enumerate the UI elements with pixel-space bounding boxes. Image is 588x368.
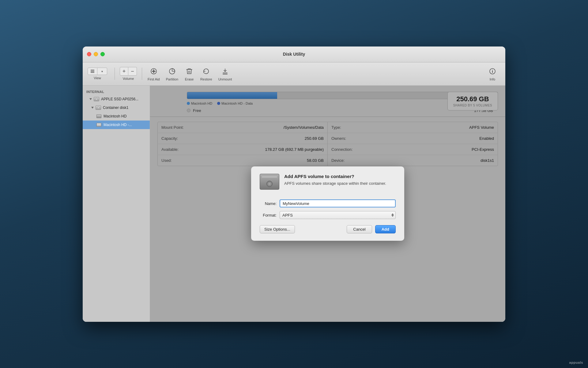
erase-icon (184, 66, 194, 76)
modal-buttons: Size Options... Cancel Add (260, 225, 396, 233)
view-label: View (94, 76, 101, 80)
sidebar: Internal APPLE SSD AP0256... Container d… (83, 86, 150, 322)
detail-area: 250.69 GB SHARED BY 5 VOLUMES Macintosh … (150, 86, 505, 322)
traffic-lights (87, 52, 105, 56)
expand-icon (89, 98, 92, 100)
info-icon (488, 66, 497, 76)
disk-icon (94, 96, 99, 102)
format-select[interactable]: APFS APFS (Case-sensitive) APFS (Encrypt… (280, 211, 396, 219)
restore-button[interactable]: Restore (197, 65, 215, 83)
volume-buttons[interactable]: + − (120, 67, 137, 76)
modal-btn-group: Cancel Add (347, 225, 396, 233)
sidebar-item-label: Container disk1 (103, 106, 128, 110)
sidebar-item-label: APPLE SSD AP0256... (101, 97, 138, 101)
add-button[interactable]: Add (375, 225, 396, 233)
erase-label: Erase (185, 77, 194, 81)
close-button[interactable] (87, 52, 91, 56)
size-options-button[interactable]: Size Options... (260, 225, 295, 233)
unmount-icon (220, 66, 230, 76)
sidebar-item-macintosh-hd-data[interactable]: Macintosh HD -... (83, 121, 150, 129)
hd-icon (260, 174, 279, 190)
format-select-wrapper: APFS APFS (Case-sensitive) APFS (Encrypt… (280, 211, 396, 219)
sidebar-section-internal: Internal (83, 89, 150, 95)
first-aid-icon (149, 66, 159, 76)
remove-volume-button[interactable]: − (128, 67, 137, 76)
modal-subtitle: APFS volumes share storage space within … (284, 181, 386, 186)
partition-label: Partition (166, 77, 178, 81)
restore-icon (201, 66, 211, 76)
volume-label: Volume (123, 77, 134, 80)
watermark: appuals (569, 361, 583, 364)
sidebar-item-label: Macintosh HD -... (104, 123, 132, 127)
first-aid-label: First Aid (148, 77, 160, 81)
container-icon (96, 105, 101, 110)
volume-icon (96, 122, 102, 128)
svg-rect-2 (91, 72, 94, 73)
partition-button[interactable]: Partition (163, 65, 181, 83)
titlebar: Disk Utility (83, 46, 505, 62)
sidebar-item-apple-ssd[interactable]: APPLE SSD AP0256... (83, 95, 150, 103)
window-title: Disk Utility (283, 52, 305, 57)
volume-icon (96, 113, 102, 119)
modal-overlay: Add APFS volume to container? APFS volum… (150, 86, 505, 322)
svg-rect-1 (91, 71, 94, 72)
modal-header: Add APFS volume to container? APFS volum… (260, 174, 396, 193)
maximize-button[interactable] (100, 52, 105, 56)
partition-icon (167, 66, 177, 76)
disk-utility-window: Disk Utility ▾ View + − (83, 46, 505, 322)
first-aid-button[interactable]: First Aid (145, 65, 163, 83)
main-content: Internal APPLE SSD AP0256... Container d… (83, 86, 505, 322)
add-volume-button[interactable]: + (120, 67, 128, 76)
view-list-icon[interactable] (88, 68, 97, 75)
expand-icon (91, 107, 94, 109)
minimize-button[interactable] (94, 52, 98, 56)
cancel-button[interactable]: Cancel (347, 225, 372, 233)
info-button[interactable]: Info (484, 65, 500, 83)
restore-label: Restore (200, 77, 212, 81)
add-volume-modal: Add APFS volume to container? APFS volum… (251, 166, 404, 241)
modal-form: Name: Format: APFS APFS (Case-sensitive)… (260, 199, 396, 219)
sidebar-item-container[interactable]: Container disk1 (83, 103, 150, 112)
erase-button[interactable]: Erase (181, 65, 197, 83)
sidebar-item-label: Macintosh HD (104, 114, 126, 118)
format-label: Format: (260, 213, 277, 217)
name-field: Name: (260, 199, 396, 207)
name-label: Name: (260, 201, 277, 206)
separator-1 (115, 68, 115, 80)
separator-2 (142, 68, 142, 80)
name-input[interactable] (280, 199, 396, 207)
svg-rect-0 (91, 70, 94, 70)
sidebar-item-macintosh-hd[interactable]: Macintosh HD (83, 112, 150, 121)
modal-title: Add APFS volume to container? (284, 174, 386, 179)
modal-disk-icon (260, 174, 279, 193)
modal-title-area: Add APFS volume to container? APFS volum… (284, 174, 386, 186)
unmount-label: Unmount (218, 77, 232, 81)
view-chevron-icon[interactable]: ▾ (97, 68, 107, 75)
info-label: Info (490, 77, 495, 81)
view-toggle[interactable]: ▾ (88, 68, 107, 75)
unmount-button[interactable]: Unmount (215, 65, 235, 83)
toolbar: ▾ View + − Volume First Aid (83, 62, 505, 86)
format-field: Format: APFS APFS (Case-sensitive) APFS … (260, 211, 396, 219)
